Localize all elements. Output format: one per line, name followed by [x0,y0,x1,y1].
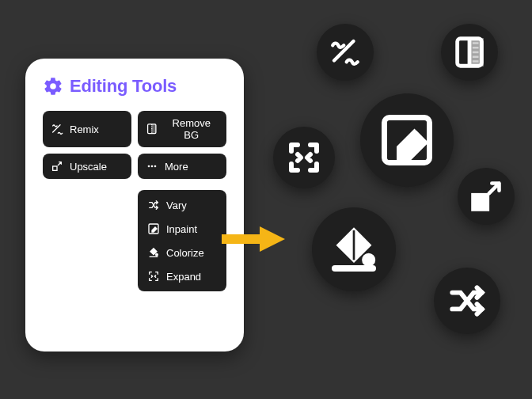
colorize-icon [147,246,160,259]
page-title: Editing Tools [70,76,177,97]
colorize-bubble [312,207,396,291]
gear-icon [43,76,63,97]
removebg-button[interactable]: Remove BG [138,111,226,147]
upscale-button[interactable]: Upscale [43,154,131,179]
upscale-label: Upscale [70,161,107,173]
remix-label: Remix [70,124,99,135]
vary-bubble [434,268,500,334]
remix-button[interactable]: Remix [43,111,131,147]
expand-item[interactable]: Expand [138,264,226,288]
upscale-bubble [458,168,515,225]
svg-rect-10 [473,195,488,209]
tool-grid: Remix Remove BG Upscale More [43,111,226,291]
vary-icon [147,199,160,211]
svg-point-4 [151,165,154,168]
more-label: More [165,161,188,173]
vary-item[interactable]: Vary [138,193,226,217]
expand-icon [147,270,160,283]
removebg-bubble [441,24,498,81]
svg-rect-1 [152,125,155,133]
colorize-item[interactable]: Colorize [138,241,226,264]
inpaint-bubble [360,93,454,187]
svg-point-5 [154,165,157,168]
svg-point-3 [148,165,150,168]
inpaint-icon [147,222,160,235]
more-dropdown: Vary Inpaint Colorize Expand [138,190,226,291]
editing-tools-panel: Editing Tools Remix Remove BG Upscale M [25,59,244,352]
remix-bubble [317,24,374,81]
removebg-icon [146,123,158,135]
removebg-label: Remove BG [164,117,218,141]
colorize-label: Colorize [166,247,204,259]
expand-label: Expand [166,271,201,283]
svg-rect-2 [53,166,57,170]
arrow-icon [222,223,285,255]
remix-icon [51,123,63,135]
panel-header: Editing Tools [43,76,226,97]
expand-bubble [273,127,335,188]
inpaint-label: Inpaint [166,223,197,235]
svg-point-11 [364,255,374,264]
more-button[interactable]: More [138,154,226,179]
vary-label: Vary [166,200,187,211]
upscale-icon [51,160,63,173]
more-icon [146,160,158,173]
inpaint-item[interactable]: Inpaint [138,217,226,241]
svg-point-7 [156,253,158,256]
